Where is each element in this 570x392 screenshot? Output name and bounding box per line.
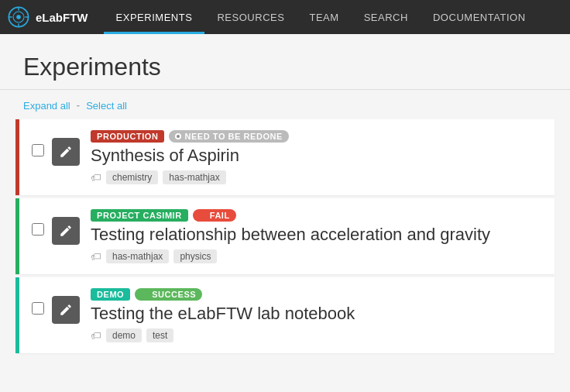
nav-links: EXPERIMENTS RESOURCES TEAM SEARCH DOCUME… bbox=[104, 0, 538, 34]
actions-separator: - bbox=[77, 99, 81, 112]
label-demo[interactable]: demo bbox=[106, 328, 142, 342]
dot-green bbox=[141, 291, 149, 298]
experiment-body-1: PRODUCTION NEED TO BE REDONE Synthesis o… bbox=[91, 130, 542, 184]
experiments-list: PRODUCTION NEED TO BE REDONE Synthesis o… bbox=[0, 119, 570, 353]
select-all-link[interactable]: Select all bbox=[86, 100, 127, 112]
nav-experiments[interactable]: EXPERIMENTS bbox=[104, 0, 205, 34]
experiment-title-1[interactable]: Synthesis of Aspirin bbox=[91, 146, 542, 166]
tag-icon-1: 🏷 bbox=[91, 171, 101, 184]
brand-name: eLabFTW bbox=[36, 11, 88, 24]
experiment-body-3: DEMO SUCCESS Testing the eLabFTW lab not… bbox=[91, 288, 542, 342]
experiment-item: PRODUCTION NEED TO BE REDONE Synthesis o… bbox=[15, 119, 555, 195]
edit-button-3[interactable] bbox=[52, 296, 80, 324]
experiment-checkbox-1[interactable] bbox=[32, 144, 44, 156]
svg-point-6 bbox=[16, 15, 21, 19]
page-title: Experiments bbox=[23, 53, 547, 81]
badges-row-1: PRODUCTION NEED TO BE REDONE bbox=[91, 130, 542, 143]
experiment-checkbox-3[interactable] bbox=[32, 302, 44, 315]
badge-project-casimir[interactable]: PROJECT CASIMIR bbox=[91, 209, 188, 222]
badge-need-redone[interactable]: NEED TO BE REDONE bbox=[169, 130, 289, 143]
tag-icon-2: 🏷 bbox=[91, 250, 101, 263]
edit-button-1[interactable] bbox=[52, 138, 80, 166]
labels-row-2: 🏷 has-mathjax physics bbox=[91, 249, 542, 263]
main-content: Experiments Expand all - Select all PROD… bbox=[0, 34, 570, 392]
page-header: Experiments bbox=[0, 34, 570, 90]
label-test[interactable]: test bbox=[146, 328, 173, 342]
pencil-icon-2 bbox=[59, 224, 73, 238]
tag-icon-3: 🏷 bbox=[91, 329, 101, 342]
experiment-title-3[interactable]: Testing the eLabFTW lab notebook bbox=[91, 304, 542, 324]
labels-row-3: 🏷 demo test bbox=[91, 328, 542, 342]
brand-logo[interactable]: eLabFTW bbox=[8, 6, 88, 28]
experiment-checkbox-2[interactable] bbox=[32, 223, 44, 236]
experiment-body-2: PROJECT CASIMIR FAIL Testing relationshi… bbox=[91, 209, 542, 263]
dot-gray bbox=[175, 133, 181, 139]
badge-fail[interactable]: FAIL bbox=[193, 209, 236, 222]
nav-team[interactable]: TEAM bbox=[297, 0, 351, 34]
badge-success[interactable]: SUCCESS bbox=[135, 288, 202, 301]
nav-documentation[interactable]: DOCUMENTATION bbox=[421, 0, 538, 34]
badges-row-2: PROJECT CASIMIR FAIL bbox=[91, 209, 542, 222]
experiment-title-2[interactable]: Testing relationship between acceleratio… bbox=[91, 225, 542, 245]
badge-demo[interactable]: DEMO bbox=[91, 288, 130, 301]
badges-row-3: DEMO SUCCESS bbox=[91, 288, 542, 301]
edit-button-2[interactable] bbox=[52, 217, 80, 245]
pencil-icon bbox=[59, 145, 73, 159]
label-physics[interactable]: physics bbox=[173, 249, 217, 263]
experiment-item-3: DEMO SUCCESS Testing the eLabFTW lab not… bbox=[15, 277, 555, 353]
actions-bar: Expand all - Select all bbox=[0, 90, 570, 119]
labels-row-1: 🏷 chemistry has-mathjax bbox=[91, 170, 542, 184]
pencil-icon-3 bbox=[59, 303, 73, 317]
navbar: eLabFTW EXPERIMENTS RESOURCES TEAM SEARC… bbox=[0, 0, 570, 34]
label-has-mathjax-1[interactable]: has-mathjax bbox=[163, 170, 225, 184]
label-has-mathjax-2[interactable]: has-mathjax bbox=[106, 249, 169, 263]
experiment-item-2: PROJECT CASIMIR FAIL Testing relationshi… bbox=[15, 198, 555, 274]
label-chemistry[interactable]: chemistry bbox=[106, 170, 158, 184]
badge-production[interactable]: PRODUCTION bbox=[91, 130, 164, 143]
nav-search[interactable]: SEARCH bbox=[352, 0, 421, 34]
nav-resources[interactable]: RESOURCES bbox=[204, 0, 297, 34]
expand-all-link[interactable]: Expand all bbox=[23, 100, 70, 112]
dot-red bbox=[199, 211, 207, 219]
